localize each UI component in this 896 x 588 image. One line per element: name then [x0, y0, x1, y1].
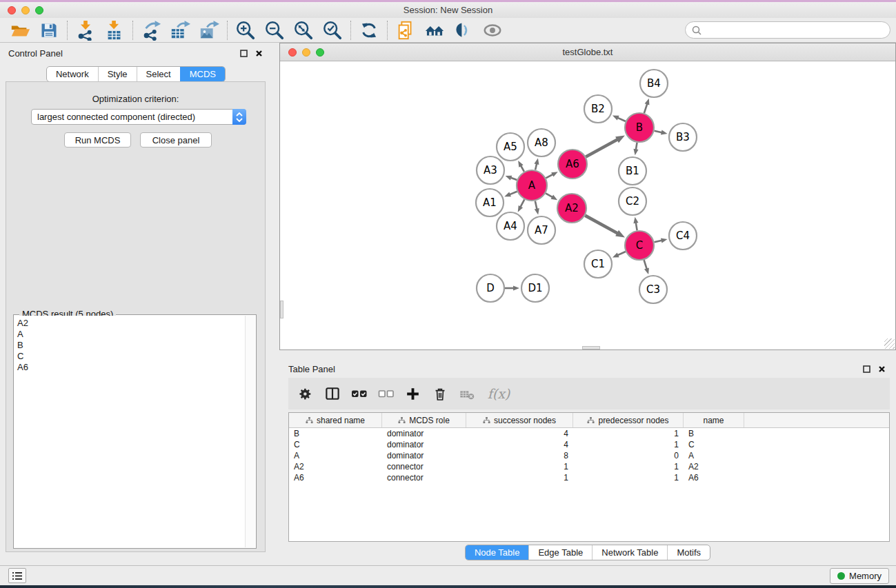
- tab-edge-table[interactable]: Edge Table: [528, 545, 592, 560]
- edge-arrowhead-icon: [633, 149, 638, 155]
- columns-icon: [325, 387, 340, 401]
- table-row[interactable]: Adominator80A: [289, 450, 889, 461]
- task-history-button[interactable]: [8, 568, 26, 583]
- export-image-button[interactable]: [195, 19, 223, 41]
- table-row[interactable]: Cdominator41C: [289, 439, 889, 450]
- zoom-in-button[interactable]: [231, 19, 260, 41]
- graph-edge-A-A7[interactable]: [535, 201, 537, 210]
- zoom-fit-button[interactable]: [289, 19, 318, 41]
- graph-node-B[interactable]: B: [625, 113, 654, 142]
- table-row[interactable]: A2connector11A2: [289, 461, 889, 472]
- attribute-icon: [398, 416, 406, 424]
- graph-node-C2[interactable]: C2: [619, 187, 646, 215]
- show-graphics-details-button[interactable]: [478, 19, 507, 41]
- float-table-panel-button[interactable]: [862, 364, 871, 374]
- export-network-button[interactable]: [137, 19, 166, 41]
- table-row[interactable]: Bdominator41B: [289, 428, 889, 439]
- graph-node-A6[interactable]: A6: [558, 150, 587, 179]
- graph-node-C[interactable]: C: [625, 231, 654, 260]
- svg-text:A7: A7: [535, 224, 548, 236]
- tab-style[interactable]: Style: [98, 67, 137, 81]
- zoom-selected-button[interactable]: [318, 19, 347, 41]
- result-item[interactable]: A2: [17, 318, 242, 329]
- function-builder-button[interactable]: f(x): [481, 381, 517, 406]
- apply-layout-button[interactable]: [355, 19, 384, 41]
- column-header-predecessor-nodes[interactable]: predecessor nodes: [573, 413, 684, 427]
- graph-edge-A2-C[interactable]: [585, 216, 618, 234]
- import-network-button[interactable]: [71, 19, 100, 41]
- edge-arrowhead-icon: [551, 172, 558, 176]
- unselect-all-columns-button[interactable]: [373, 381, 399, 406]
- result-item[interactable]: C: [17, 351, 242, 362]
- graph-edge-A6-B[interactable]: [586, 139, 618, 157]
- select-all-columns-button[interactable]: [346, 381, 372, 406]
- float-panel-button[interactable]: [239, 48, 248, 58]
- graph-node-A[interactable]: A: [517, 170, 547, 201]
- open-session-button[interactable]: [6, 19, 34, 41]
- close-icon: [878, 365, 886, 373]
- canvas-left-handle[interactable]: [280, 301, 283, 318]
- column-header-shared-name[interactable]: shared name: [289, 413, 382, 427]
- close-mcds-panel-button[interactable]: Close panel: [140, 132, 212, 148]
- delete-columns-button[interactable]: [427, 381, 452, 406]
- tab-node-table[interactable]: Node Table: [466, 545, 529, 560]
- graph-node-A4[interactable]: A4: [497, 212, 524, 240]
- graph-node-B4[interactable]: B4: [640, 70, 668, 97]
- graph-edge-C-C1[interactable]: [617, 252, 626, 256]
- graph-node-B2[interactable]: B2: [584, 95, 612, 123]
- memory-button[interactable]: Memory: [830, 568, 889, 584]
- canvas-bottom-handle[interactable]: [582, 346, 600, 349]
- network-canvas[interactable]: B4B2BB3A8A5A6A3B1AC2A1A2A4A7C4CC1DD1C3: [280, 61, 895, 349]
- delete-table-button[interactable]: [454, 381, 479, 406]
- graph-node-A2[interactable]: A2: [557, 194, 586, 223]
- import-table-button[interactable]: [100, 19, 129, 41]
- graph-node-A1[interactable]: A1: [476, 189, 504, 216]
- criterion-dropdown[interactable]: largest connected component (directed): [31, 109, 246, 125]
- graph-node-D[interactable]: D: [477, 274, 504, 302]
- graph-edge-B-B2[interactable]: [617, 117, 626, 121]
- export-table-button[interactable]: [166, 19, 195, 41]
- tab-network[interactable]: Network: [47, 67, 98, 81]
- zoom-out-button[interactable]: [260, 19, 289, 41]
- graph-node-B1[interactable]: B1: [619, 157, 646, 185]
- graph-node-D1[interactable]: D1: [521, 274, 549, 302]
- graph-node-A8[interactable]: A8: [528, 129, 555, 156]
- graph-node-C4[interactable]: C4: [669, 222, 697, 250]
- result-item[interactable]: A: [17, 329, 242, 340]
- save-session-button[interactable]: [34, 19, 63, 41]
- graph-edge-A-A4[interactable]: [520, 199, 524, 207]
- search-input[interactable]: [705, 25, 884, 35]
- graph-node-A3[interactable]: A3: [477, 156, 504, 184]
- show-column-button[interactable]: [319, 381, 345, 406]
- close-panel-button[interactable]: [254, 48, 263, 58]
- result-item[interactable]: B: [17, 340, 242, 351]
- graph-node-C1[interactable]: C1: [584, 250, 612, 278]
- create-new-column-button[interactable]: [400, 381, 426, 406]
- svg-text:A2: A2: [565, 202, 579, 214]
- column-header-successor-nodes[interactable]: successor nodes: [466, 413, 573, 427]
- mcds-result-list[interactable]: A2ABCA6: [14, 316, 245, 547]
- home-button[interactable]: [420, 19, 449, 41]
- hide-graphics-details-button[interactable]: [449, 19, 478, 41]
- table-options-button[interactable]: [292, 381, 318, 406]
- graph-node-B3[interactable]: B3: [669, 123, 697, 151]
- close-table-panel-button[interactable]: [877, 364, 886, 374]
- column-header-MCDS-role[interactable]: MCDS role: [382, 413, 466, 427]
- network-file-button[interactable]: [391, 19, 420, 41]
- graph-node-C3[interactable]: C3: [639, 276, 667, 303]
- graph-edge-C-C3[interactable]: [644, 260, 647, 270]
- result-item[interactable]: A6: [17, 362, 242, 373]
- trash-icon: [433, 387, 447, 401]
- graph-edge-B-B4[interactable]: [644, 103, 648, 114]
- resize-grip[interactable]: [884, 338, 895, 349]
- graph-node-A5[interactable]: A5: [497, 133, 524, 161]
- result-scrollbar[interactable]: [245, 316, 255, 547]
- table-row[interactable]: A6connector11A6: [289, 472, 889, 483]
- tab-motifs[interactable]: Motifs: [667, 545, 710, 560]
- graph-node-A7[interactable]: A7: [528, 216, 555, 244]
- run-mcds-button[interactable]: Run MCDS: [64, 132, 131, 148]
- tab-mcds[interactable]: MCDS: [180, 67, 225, 81]
- column-header-name[interactable]: name: [684, 413, 744, 427]
- tab-network-table[interactable]: Network Table: [592, 545, 667, 560]
- tab-select[interactable]: Select: [137, 67, 180, 81]
